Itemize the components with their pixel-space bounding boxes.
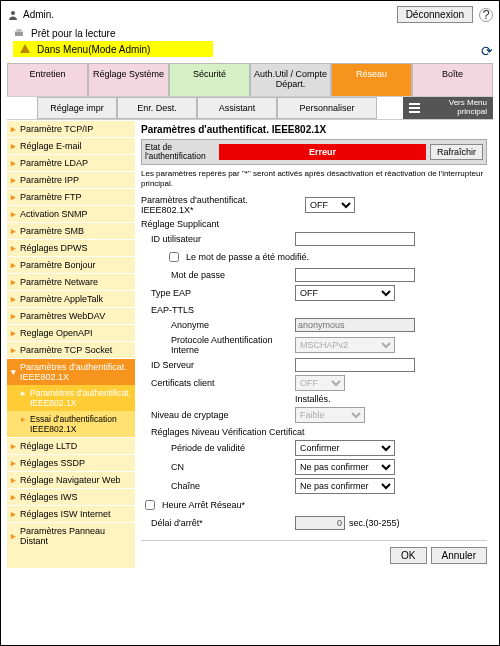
warning-icon bbox=[19, 43, 31, 55]
timeout-checkbox[interactable] bbox=[145, 500, 155, 510]
chain-label: Chaîne bbox=[141, 481, 291, 491]
cert-installed: Installés. bbox=[295, 394, 331, 404]
sidebar-item-email[interactable]: ▸Réglage E-mail bbox=[7, 137, 135, 154]
sidebar-item-ipp[interactable]: ▸Paramètre IPP bbox=[7, 171, 135, 188]
cancel-button[interactable]: Annuler bbox=[431, 547, 487, 564]
anon-label: Anonyme bbox=[141, 320, 291, 330]
pw-mod-checkbox[interactable] bbox=[169, 252, 179, 262]
logout-button[interactable]: Déconnexion bbox=[397, 6, 473, 23]
sidebar-item-ldap[interactable]: ▸Paramètre LDAP bbox=[7, 154, 135, 171]
anon-input bbox=[295, 318, 415, 332]
svg-point-0 bbox=[11, 11, 15, 15]
mode-label: Dans Menu(Mode Admin) bbox=[37, 44, 150, 55]
sidebar-item-navweb[interactable]: ▸Réglage Navigateur Web bbox=[7, 471, 135, 488]
proto-label: Protocole Authentification Interne bbox=[141, 335, 291, 355]
page-title: Paramètres d'authentificat. IEEE802.1X bbox=[141, 124, 487, 135]
sidebar-item-webdav[interactable]: ▸Paramètres WebDAV bbox=[7, 307, 135, 324]
sidebar-item-ssdp[interactable]: ▸Réglages SSDP bbox=[7, 454, 135, 471]
sidebar-item-bonjour[interactable]: ▸Paramètre Bonjour bbox=[7, 256, 135, 273]
cn-select[interactable]: Ne pas confirmer bbox=[295, 459, 395, 475]
tab-entretien[interactable]: Entretien bbox=[7, 63, 88, 96]
sidebar-item-tcpip[interactable]: ▸Paramètre TCP/IP bbox=[7, 120, 135, 137]
ok-button[interactable]: OK bbox=[390, 547, 426, 564]
content-panel: Paramètres d'authentificat. IEEE802.1X E… bbox=[135, 120, 493, 568]
sidebar-item-dpws[interactable]: ▸Réglages DPWS bbox=[7, 239, 135, 256]
refresh-icon[interactable]: ⟳ bbox=[481, 43, 493, 59]
delay-input bbox=[295, 516, 345, 530]
server-label: ID Serveur bbox=[141, 360, 291, 370]
chain-select[interactable]: Ne pas confirmer bbox=[295, 478, 395, 494]
svg-rect-4 bbox=[409, 107, 420, 109]
sidebar-item-netware[interactable]: ▸Paramètre Netware bbox=[7, 273, 135, 290]
sidebar-item-lltd[interactable]: ▸Réglage LLTD bbox=[7, 437, 135, 454]
sidebar-sub-test[interactable]: ▸Essai d'authentification IEEE802.1X bbox=[7, 411, 135, 437]
sidebar-item-snmp[interactable]: ▸Activation SNMP bbox=[7, 205, 135, 222]
pw-mod-label: Le mot de passe a été modifié. bbox=[186, 252, 309, 262]
menu-icon bbox=[409, 103, 420, 113]
vcert-label: Réglages Niveau Vérification Certificat bbox=[141, 427, 487, 437]
pw-input[interactable] bbox=[295, 268, 415, 282]
auth-status-value: Erreur bbox=[219, 144, 426, 160]
tab2-reglage-impr[interactable]: Réglage impr bbox=[37, 97, 117, 119]
tab2-personnaliser[interactable]: Personnaliser bbox=[277, 97, 377, 119]
auth-status-label: Etat de l'authentification bbox=[145, 143, 215, 162]
help-icon[interactable]: ? bbox=[479, 8, 493, 22]
userid-input[interactable] bbox=[295, 232, 415, 246]
period-label: Période de validité bbox=[141, 443, 291, 453]
sidebar-item-iws[interactable]: ▸Réglages IWS bbox=[7, 488, 135, 505]
eapttls-label: EAP-TTLS bbox=[141, 305, 487, 315]
svg-rect-2 bbox=[17, 29, 22, 32]
sidebar-item-openapi[interactable]: ▸Reglage OpenAPI bbox=[7, 324, 135, 341]
eap-label: Type EAP bbox=[141, 288, 291, 298]
vers-menu-principal[interactable]: Vers Menu principal bbox=[403, 97, 493, 119]
userid-label: ID utilisateur bbox=[141, 234, 291, 244]
sidebar-item-panneau[interactable]: ▸Paramètres Panneau Distant bbox=[7, 522, 135, 549]
sidebar-item-isw[interactable]: ▸Réglages ISW Internet bbox=[7, 505, 135, 522]
crypt-select: Faible bbox=[295, 407, 365, 423]
tab-auth-util[interactable]: Auth.Util / Compte Départ. bbox=[250, 63, 331, 96]
user-label: Admin. bbox=[23, 9, 54, 20]
tab-reglage-systeme[interactable]: Réglage Système bbox=[88, 63, 169, 96]
crypt-label: Niveau de cryptage bbox=[141, 410, 291, 420]
server-input[interactable] bbox=[295, 358, 415, 372]
timeout-label: Heure Arrêt Réseau* bbox=[162, 500, 245, 510]
eap-select[interactable]: OFF bbox=[295, 285, 395, 301]
tab-securite[interactable]: Sécurité bbox=[169, 63, 250, 96]
svg-rect-5 bbox=[409, 111, 420, 113]
pw-label: Mot de passe bbox=[141, 270, 291, 280]
sidebar-item-smb[interactable]: ▸Paramètre SMB bbox=[7, 222, 135, 239]
note-text: Les paramètres repérés par "*" seront ac… bbox=[141, 169, 487, 188]
supplicant-label: Réglage Supplicant bbox=[141, 219, 487, 229]
proto-select: MSCHAPv2 bbox=[295, 337, 395, 353]
cn-label: CN bbox=[141, 462, 291, 472]
svg-rect-1 bbox=[15, 32, 23, 37]
delay-unit: sec.(30-255) bbox=[349, 518, 400, 528]
sidebar-sub-params[interactable]: ▸Paramètres d'authentificat. IEEE802.1X bbox=[7, 385, 135, 411]
ready-label: Prêt pour la lecture bbox=[31, 28, 116, 39]
printer-icon bbox=[13, 27, 25, 39]
sidebar-item-appletalk[interactable]: ▸Paramètre AppleTalk bbox=[7, 290, 135, 307]
tab2-enr-dest[interactable]: Enr. Dest. bbox=[117, 97, 197, 119]
tab-boite[interactable]: Boîte bbox=[412, 63, 493, 96]
tab-reseau[interactable]: Réseau bbox=[331, 63, 412, 96]
cert-select: OFF bbox=[295, 375, 345, 391]
tab2-assistant[interactable]: Assistant bbox=[197, 97, 277, 119]
svg-rect-3 bbox=[409, 103, 420, 105]
refresh-button[interactable]: Rafraîchir bbox=[430, 144, 483, 160]
param-label: Paramètres d'authentificat. IEEE802.1X* bbox=[141, 195, 301, 215]
cert-label: Certificats client bbox=[141, 378, 291, 388]
sidebar-item-ieee8021x[interactable]: ▾Paramètres d'authentificat. IEEE802.1X bbox=[7, 358, 135, 385]
delay-label: Délai d'arrêt* bbox=[141, 518, 291, 528]
sidebar-item-tcpsocket[interactable]: ▸Paramètre TCP Socket bbox=[7, 341, 135, 358]
period-select[interactable]: Confirmer bbox=[295, 440, 395, 456]
sidebar: ▸Paramètre TCP/IP ▸Réglage E-mail ▸Param… bbox=[7, 120, 135, 568]
param-select[interactable]: OFF bbox=[305, 197, 355, 213]
user-icon bbox=[7, 9, 19, 21]
sidebar-item-ftp[interactable]: ▸Paramètre FTP bbox=[7, 188, 135, 205]
